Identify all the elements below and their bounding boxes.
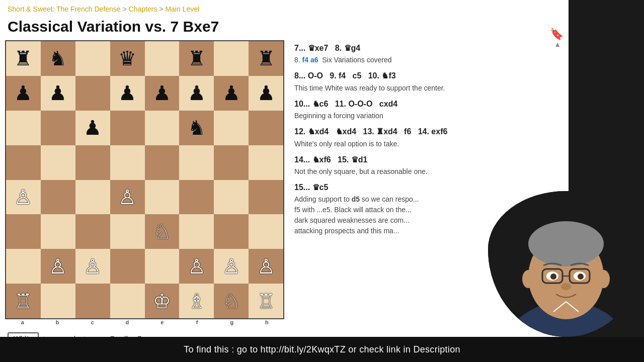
square-f2[interactable]: ♙ <box>179 249 214 284</box>
square-e1[interactable]: ♔ <box>145 284 180 318</box>
bookmark-icon[interactable]: 🔖 <box>550 28 564 41</box>
square-h8[interactable]: ♜ <box>249 41 283 76</box>
square-e8[interactable] <box>145 41 180 76</box>
square-a8[interactable]: ♜ <box>6 41 41 76</box>
square-g4[interactable] <box>214 180 249 215</box>
move-line-4: 10... ♞c6 11. O-O-O cxd4 <box>294 99 556 110</box>
square-c8[interactable] <box>75 41 110 76</box>
square-a3[interactable] <box>6 214 41 249</box>
moves-3: 8... O-O 9. f4 c5 10. ♞f3 <box>294 71 396 80</box>
annotation-5: White's only real option is to take. <box>294 139 556 149</box>
bottom-bar-text: To find this : go to http://bit.ly/2Kwqx… <box>184 344 460 355</box>
square-d2[interactable] <box>110 249 145 284</box>
square-h6[interactable] <box>249 111 283 145</box>
breadcrumb-link-3[interactable]: Main Level <box>165 5 199 13</box>
annotation-6: Not the only square, but a reasonable on… <box>294 166 556 177</box>
square-b1[interactable] <box>41 284 75 318</box>
bottom-bar-link[interactable]: http://bit.ly/2KwqxTZ <box>261 344 346 354</box>
square-f6[interactable]: ♞ <box>179 111 214 145</box>
square-e3[interactable]: ♘ <box>145 214 180 249</box>
square-a7[interactable]: ♟ <box>6 76 41 111</box>
breadcrumb: Short & Sweet: The French Defense > Chap… <box>0 0 569 16</box>
square-f7[interactable]: ♟ <box>179 76 214 111</box>
square-g6[interactable] <box>214 111 249 145</box>
square-c1[interactable] <box>75 284 110 318</box>
square-f3[interactable] <box>179 214 214 249</box>
square-c7[interactable] <box>75 76 110 111</box>
file-c: c <box>75 319 110 328</box>
square-e4[interactable] <box>145 180 180 215</box>
square-f5[interactable] <box>179 145 214 180</box>
square-a5[interactable] <box>6 145 41 180</box>
svg-point-14 <box>598 270 610 288</box>
square-d3[interactable] <box>110 214 145 249</box>
moves-6: 14... ♞xf6 15. ♛d1 <box>294 155 367 164</box>
square-a6[interactable] <box>6 111 41 145</box>
svg-point-12 <box>561 283 571 290</box>
breadcrumb-sep-2: > <box>159 5 165 13</box>
file-labels: a b c d e f g h <box>5 319 284 328</box>
move-line-5: 12. ♞xd4 ♞xd4 13. ♜xd4 f6 14. exf6 <box>294 126 556 137</box>
file-g: g <box>214 319 249 328</box>
breadcrumb-sep-1: > <box>123 5 129 13</box>
svg-point-13 <box>522 270 534 288</box>
square-c5[interactable] <box>75 145 110 180</box>
square-d8[interactable]: ♛ <box>110 41 145 76</box>
square-h2[interactable]: ♙ <box>249 249 283 284</box>
chessboard[interactable]: ♜♞♛♜♜♟♟♟♟♟♟♟♟♞♙♙♘♙♙♙♙♙♖♔♗♘♖ <box>5 40 284 319</box>
square-d5[interactable] <box>110 145 145 180</box>
move-link-f4[interactable]: f4 <box>302 56 308 64</box>
square-h7[interactable]: ♟ <box>249 76 283 111</box>
square-b8[interactable]: ♞ <box>41 41 75 76</box>
square-g1[interactable]: ♘ <box>214 284 249 318</box>
square-b6[interactable] <box>41 111 75 145</box>
square-a2[interactable] <box>6 249 41 284</box>
square-h5[interactable] <box>249 145 283 180</box>
breadcrumb-link-1[interactable]: Short & Sweet: The French Defense <box>8 5 121 13</box>
square-e2[interactable] <box>145 249 180 284</box>
move-line-3: 8... O-O 9. f4 c5 10. ♞f3 <box>294 70 556 81</box>
square-e7[interactable]: ♟ <box>145 76 180 111</box>
square-h1[interactable]: ♖ <box>249 284 283 318</box>
square-c2[interactable]: ♙ <box>75 249 110 284</box>
breadcrumb-link-2[interactable]: Chapters <box>129 5 157 13</box>
board-container: 8 7 6 5 4 3 2 1 ♜♞♛♜♜♟♟♟♟♟♟♟♟♞♙♙♘♙♙♙♙♙♖♔… <box>5 40 287 349</box>
moves-5: 12. ♞xd4 ♞xd4 13. ♜xd4 f6 14. exf6 <box>294 127 447 136</box>
moves-1: 7... ♛xe7 8. ♛g4 <box>294 44 360 52</box>
square-c4[interactable] <box>75 180 110 215</box>
square-f4[interactable] <box>179 180 214 215</box>
square-c6[interactable]: ♟ <box>75 111 110 145</box>
square-b4[interactable] <box>41 180 75 215</box>
square-d7[interactable]: ♟ <box>110 76 145 111</box>
square-b5[interactable] <box>41 145 75 180</box>
square-e5[interactable] <box>145 145 180 180</box>
move-line-1: 7... ♛xe7 8. ♛g4 <box>294 43 556 54</box>
move-line-6: 14... ♞xf6 15. ♛d1 <box>294 154 556 165</box>
square-b7[interactable]: ♟ <box>41 76 75 111</box>
moves-4: 10... ♞c6 11. O-O-O cxd4 <box>294 100 397 108</box>
svg-point-11 <box>578 274 584 280</box>
square-g3[interactable] <box>214 214 249 249</box>
square-d6[interactable] <box>110 111 145 145</box>
square-b2[interactable]: ♙ <box>41 249 75 284</box>
square-h4[interactable] <box>249 180 283 215</box>
square-e6[interactable] <box>145 111 180 145</box>
square-g5[interactable] <box>214 145 249 180</box>
square-g8[interactable] <box>214 41 249 76</box>
square-d1[interactable] <box>110 284 145 318</box>
square-f8[interactable]: ♜ <box>179 41 214 76</box>
square-g2[interactable]: ♙ <box>214 249 249 284</box>
scroll-up-icon[interactable]: ▲ <box>554 40 561 48</box>
square-g7[interactable]: ♟ <box>214 76 249 111</box>
square-b3[interactable] <box>41 214 75 249</box>
svg-point-10 <box>550 274 556 280</box>
move-link-a6[interactable]: a6 <box>310 56 318 64</box>
file-d: d <box>110 319 144 328</box>
square-c3[interactable] <box>75 214 110 249</box>
file-h: h <box>250 319 284 328</box>
square-d4[interactable]: ♙ <box>110 180 145 215</box>
square-a1[interactable]: ♖ <box>6 284 41 318</box>
square-a4[interactable]: ♙ <box>6 180 41 215</box>
square-f1[interactable]: ♗ <box>179 284 214 318</box>
square-h3[interactable] <box>249 214 283 249</box>
